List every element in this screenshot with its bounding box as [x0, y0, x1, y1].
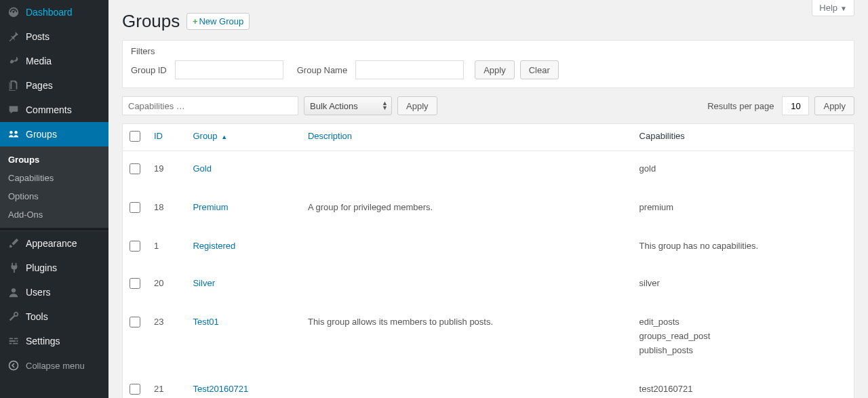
group-name-label: Group Name [297, 65, 347, 75]
plug-icon [7, 261, 20, 275]
sort-asc-icon: ▲ [221, 134, 227, 140]
table-row: 23Test01This group allows its members to… [123, 304, 854, 372]
sidebar-item-media[interactable]: Media [0, 49, 108, 73]
cell-description: This group allows its members to publish… [301, 304, 633, 372]
submenu-item-capabilities[interactable]: Capabilities [0, 169, 108, 187]
bulk-apply-button[interactable]: Apply [397, 96, 437, 115]
group-link[interactable]: Gold [193, 163, 211, 174]
wrench-icon [7, 310, 20, 323]
user-icon [7, 285, 20, 299]
filters-panel: Filters Group ID Group Name Apply Clear [122, 40, 854, 88]
group-link[interactable]: Registered [193, 241, 235, 251]
media-icon [7, 54, 20, 68]
row-checkbox[interactable] [130, 384, 140, 395]
gauge-icon [7, 5, 20, 19]
svg-point-1 [14, 131, 18, 134]
results-apply-button[interactable]: Apply [814, 96, 854, 115]
main-content: Help▼ Groups +New Group Filters Group ID… [108, 0, 868, 398]
select-all-checkbox[interactable] [130, 131, 140, 142]
sidebar-item-label: Settings [26, 336, 60, 346]
table-row: 20Silversilver [123, 266, 854, 304]
capability-item: premium [639, 202, 847, 212]
help-tab[interactable]: Help▼ [812, 0, 854, 16]
results-per-page-input[interactable] [782, 96, 809, 115]
collapse-menu-button[interactable]: Collapse menu [0, 353, 108, 378]
sidebar-item-users[interactable]: Users [0, 280, 108, 304]
results-per-page-label: Results per page [707, 101, 774, 111]
submenu-item-add-ons[interactable]: Add-Ons [0, 205, 108, 224]
group-link[interactable]: Premium [193, 202, 228, 212]
row-checkbox[interactable] [130, 202, 140, 213]
group-link[interactable]: Test20160721 [193, 384, 248, 394]
cell-description [301, 151, 633, 191]
svg-point-3 [9, 361, 18, 370]
sidebar-item-plugins[interactable]: Plugins [0, 256, 108, 280]
capability-item: gold [639, 163, 847, 174]
sidebar-item-dashboard[interactable]: Dashboard [0, 0, 108, 24]
sidebar-item-label: Posts [26, 31, 50, 42]
cell-capabilities: edit_postsgroups_read_postpublish_posts [633, 304, 854, 372]
submenu-item-options[interactable]: Options [0, 187, 108, 205]
group-link[interactable]: Test01 [193, 317, 218, 327]
svg-point-2 [12, 288, 16, 292]
capability-item: edit_posts [639, 317, 847, 327]
filters-apply-button[interactable]: Apply [475, 60, 515, 79]
group-id-label: Group ID [131, 65, 167, 75]
sidebar-item-label: Groups [26, 129, 57, 140]
col-header-capabilities: Capabilities [633, 124, 854, 151]
sidebar-item-posts[interactable]: Posts [0, 24, 108, 49]
group-link[interactable]: Silver [193, 278, 215, 288]
sidebar-item-label: Media [26, 56, 52, 66]
cell-id: 1 [147, 228, 186, 266]
cell-capabilities: silver [633, 266, 854, 304]
cell-id: 19 [147, 151, 186, 191]
group-name-input[interactable] [355, 60, 464, 79]
bulk-actions-select[interactable]: Bulk Actions ▲▼ [304, 96, 392, 115]
cell-description [301, 228, 633, 266]
comment-icon [7, 103, 20, 117]
cell-id: 20 [147, 266, 186, 304]
sidebar-item-label: Dashboard [26, 7, 73, 18]
sidebar-item-appearance[interactable]: Appearance [0, 231, 108, 256]
capability-item: silver [639, 278, 847, 288]
plus-icon: + [193, 16, 198, 26]
col-header-group[interactable]: Group ▲ [186, 124, 301, 151]
submenu-item-groups[interactable]: Groups [0, 151, 108, 169]
sliders-icon [7, 334, 20, 348]
groups-icon [7, 127, 20, 141]
capability-item: test20160721 [639, 384, 847, 394]
col-header-description[interactable]: Description [301, 124, 633, 151]
sidebar-item-label: Plugins [26, 262, 57, 273]
cell-capabilities: This group has no capabilities. [633, 228, 854, 266]
table-row: 21Test20160721test20160721 [123, 372, 854, 398]
cell-capabilities: premium [633, 190, 854, 228]
col-header-id[interactable]: ID [147, 124, 186, 151]
cell-description [301, 372, 633, 398]
group-id-input[interactable] [175, 60, 283, 79]
cell-id: 23 [147, 304, 186, 372]
sidebar-item-comments[interactable]: Comments [0, 98, 108, 122]
row-checkbox[interactable] [130, 241, 140, 252]
collapse-menu-label: Collapse menu [26, 361, 85, 371]
sidebar-item-settings[interactable]: Settings [0, 329, 108, 353]
sidebar-item-groups[interactable]: Groups [0, 122, 108, 146]
row-checkbox[interactable] [130, 317, 140, 327]
cell-description: A group for privileged members. [301, 190, 633, 228]
sidebar-item-label: Appearance [26, 238, 77, 249]
capabilities-filter-input[interactable] [122, 96, 298, 115]
row-checkbox[interactable] [130, 278, 140, 289]
sidebar-item-pages[interactable]: Pages [0, 73, 108, 98]
cell-id: 21 [147, 372, 186, 398]
pages-icon [7, 79, 20, 92]
filters-clear-button[interactable]: Clear [520, 60, 559, 79]
cell-id: 18 [147, 190, 186, 228]
filters-heading: Filters [131, 46, 846, 56]
brush-icon [7, 237, 20, 250]
toolbar: Bulk Actions ▲▼ Apply Results per page A… [122, 96, 854, 115]
new-group-button[interactable]: +New Group [186, 13, 250, 30]
sidebar-item-tools[interactable]: Tools [0, 304, 108, 329]
select-arrows-icon: ▲▼ [382, 101, 388, 111]
capability-item: groups_read_post [639, 331, 847, 341]
row-checkbox[interactable] [130, 163, 140, 174]
table-row: 18PremiumA group for privileged members.… [123, 190, 854, 228]
